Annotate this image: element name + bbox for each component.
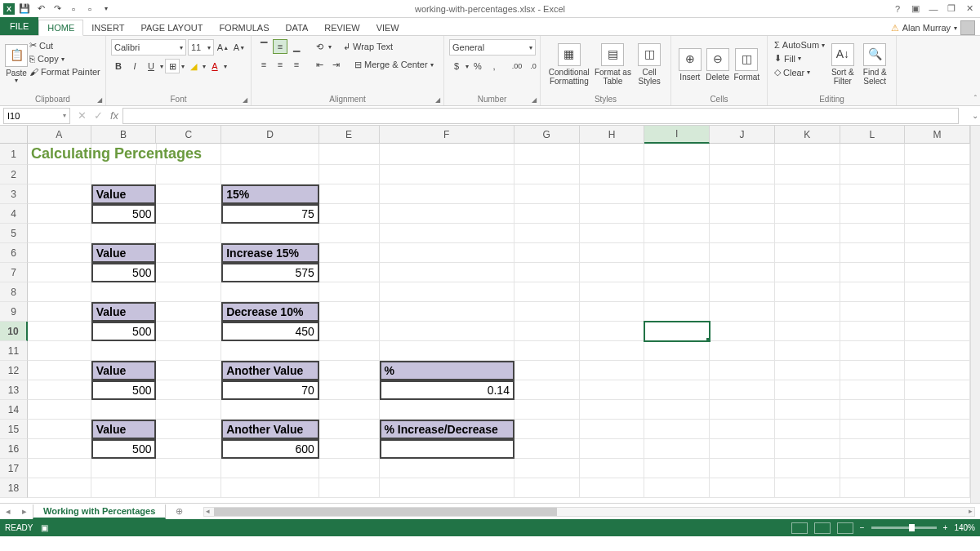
cell-I2[interactable] bbox=[644, 165, 710, 184]
row-header-5[interactable]: 5 bbox=[0, 224, 28, 243]
cell-B16[interactable]: 500 bbox=[91, 439, 157, 459]
qat-icon[interactable]: ▫ bbox=[67, 2, 80, 16]
next-sheet-icon[interactable]: ▸ bbox=[22, 506, 27, 517]
cell-D17[interactable] bbox=[221, 459, 319, 478]
cell-J13[interactable] bbox=[710, 380, 775, 400]
cell-D10[interactable]: 450 bbox=[221, 322, 319, 341]
spreadsheet-grid[interactable]: ABCDEFGHIJKLM 12345678910111213141516171… bbox=[0, 126, 980, 503]
cell-G6[interactable] bbox=[514, 243, 580, 263]
cell-I4[interactable] bbox=[644, 204, 710, 224]
cell-H8[interactable] bbox=[580, 282, 645, 302]
cell-F1[interactable] bbox=[380, 144, 514, 165]
enter-formula-icon[interactable]: ✓ bbox=[90, 108, 106, 124]
cell-L17[interactable] bbox=[840, 459, 906, 478]
cell-K15[interactable] bbox=[775, 420, 840, 439]
cell-D14[interactable] bbox=[221, 400, 319, 420]
cell-D2[interactable] bbox=[221, 165, 319, 184]
cancel-formula-icon[interactable]: ✕ bbox=[74, 108, 90, 124]
cell-A1[interactable]: Calculating Percentages bbox=[28, 144, 91, 165]
cell-A11[interactable] bbox=[28, 341, 91, 361]
cell-A18[interactable] bbox=[28, 478, 91, 498]
cell-M3[interactable] bbox=[905, 184, 970, 204]
cell-I7[interactable] bbox=[644, 263, 710, 282]
page-break-view-icon[interactable] bbox=[837, 522, 853, 534]
cell-E7[interactable] bbox=[319, 263, 380, 282]
cell-H14[interactable] bbox=[580, 400, 645, 420]
clipboard-dialog-icon[interactable]: ◢ bbox=[97, 96, 102, 104]
cell-H10[interactable] bbox=[580, 322, 645, 341]
sheet-tab-active[interactable]: Working with Percentages bbox=[33, 504, 166, 519]
col-header-H[interactable]: H bbox=[580, 126, 645, 144]
cell-E2[interactable] bbox=[319, 165, 380, 184]
cell-F10[interactable] bbox=[380, 322, 514, 341]
cell-D9[interactable]: Decrease 10% bbox=[221, 302, 319, 322]
cell-J3[interactable] bbox=[710, 184, 775, 204]
cell-B10[interactable]: 500 bbox=[91, 322, 157, 341]
cell-D5[interactable] bbox=[221, 224, 319, 243]
row-header-17[interactable]: 17 bbox=[0, 459, 28, 478]
cell-F15[interactable]: % Increase/Decrease bbox=[380, 420, 514, 439]
cell-L2[interactable] bbox=[840, 165, 906, 184]
cell-B17[interactable] bbox=[91, 459, 157, 478]
align-middle-icon[interactable]: ≡ bbox=[273, 39, 287, 54]
cell-G15[interactable] bbox=[514, 420, 580, 439]
name-box[interactable]: I10▾ bbox=[3, 108, 70, 124]
cell-K17[interactable] bbox=[775, 459, 840, 478]
cell-B3[interactable]: Value bbox=[91, 184, 157, 204]
col-header-D[interactable]: D bbox=[221, 126, 319, 144]
cell-G16[interactable] bbox=[514, 439, 580, 459]
hscroll-thumb[interactable] bbox=[214, 508, 557, 516]
fill-button[interactable]: ⬇Fill▾ bbox=[773, 52, 826, 64]
cell-H7[interactable] bbox=[580, 263, 645, 282]
increase-indent-icon[interactable]: ⇥ bbox=[328, 57, 343, 72]
font-dialog-icon[interactable]: ◢ bbox=[243, 96, 247, 104]
cell-J17[interactable] bbox=[710, 459, 775, 478]
find-select-button[interactable]: 🔍Find & Select bbox=[859, 38, 891, 91]
tab-view[interactable]: VIEW bbox=[368, 20, 408, 35]
save-icon[interactable]: 💾 bbox=[18, 2, 31, 16]
cell-C4[interactable] bbox=[156, 204, 221, 224]
cell-B15[interactable]: Value bbox=[91, 420, 157, 439]
font-color-button[interactable]: A bbox=[207, 59, 222, 73]
font-size-select[interactable]: 11▾ bbox=[188, 39, 214, 56]
cell-A17[interactable] bbox=[28, 459, 91, 478]
cell-L16[interactable] bbox=[840, 439, 906, 459]
cell-D6[interactable]: Increase 15% bbox=[221, 243, 319, 263]
sort-filter-button[interactable]: A↓Sort & Filter bbox=[826, 38, 858, 91]
cell-F7[interactable] bbox=[380, 263, 514, 282]
cell-C12[interactable] bbox=[156, 361, 221, 380]
cell-C7[interactable] bbox=[156, 263, 221, 282]
cell-J10[interactable] bbox=[710, 322, 775, 341]
zoom-in-icon[interactable]: + bbox=[943, 523, 948, 532]
cell-M10[interactable] bbox=[905, 322, 970, 341]
cell-C9[interactable] bbox=[156, 302, 221, 322]
cell-L12[interactable] bbox=[840, 361, 906, 380]
col-header-I[interactable]: I bbox=[644, 126, 710, 144]
cell-K12[interactable] bbox=[775, 361, 840, 380]
cell-J4[interactable] bbox=[710, 204, 775, 224]
cell-I11[interactable] bbox=[644, 341, 710, 361]
cell-G8[interactable] bbox=[514, 282, 580, 302]
borders-button[interactable]: ⊞ bbox=[165, 59, 180, 73]
align-center-icon[interactable]: ≡ bbox=[273, 57, 287, 72]
cell-F17[interactable] bbox=[380, 459, 514, 478]
cell-F8[interactable] bbox=[380, 282, 514, 302]
cell-I6[interactable] bbox=[644, 243, 710, 263]
cell-L5[interactable] bbox=[840, 224, 906, 243]
cell-C15[interactable] bbox=[156, 420, 221, 439]
cell-A16[interactable] bbox=[28, 439, 91, 459]
number-format-select[interactable]: General▾ bbox=[449, 39, 536, 56]
cell-K10[interactable] bbox=[775, 322, 840, 341]
cell-E16[interactable] bbox=[319, 439, 380, 459]
cell-L18[interactable] bbox=[840, 478, 906, 498]
cell-F6[interactable] bbox=[380, 243, 514, 263]
cell-M8[interactable] bbox=[905, 282, 970, 302]
cell-A7[interactable] bbox=[28, 263, 91, 282]
cell-L7[interactable] bbox=[840, 263, 906, 282]
cell-C5[interactable] bbox=[156, 224, 221, 243]
cell-F13[interactable]: 0.14 bbox=[380, 380, 514, 400]
select-all-corner[interactable] bbox=[0, 126, 28, 144]
qat-customize-icon[interactable]: ▾ bbox=[100, 2, 113, 16]
cell-I1[interactable] bbox=[644, 144, 710, 165]
cell-K6[interactable] bbox=[775, 243, 840, 263]
